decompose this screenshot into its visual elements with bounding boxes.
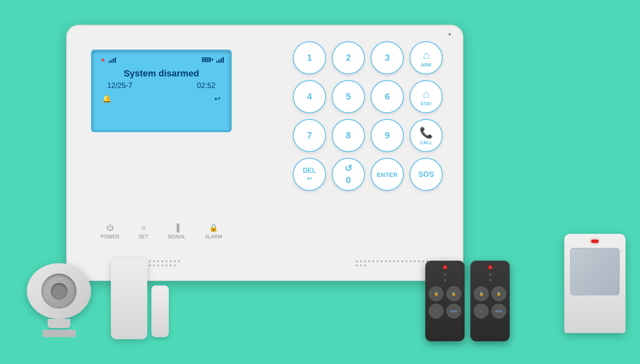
remote-unlock-btn[interactable]: 🔓: [446, 286, 461, 301]
signal-label: SIGNAL: [168, 234, 186, 240]
set-label: SET: [139, 234, 148, 240]
siren: [27, 263, 91, 337]
battery-indicator: [202, 56, 224, 63]
set-icon: ≡: [141, 224, 146, 232]
remotes-container: 🔒 🔓 ⌂ SOS 🔒 🔓 ⌂ SOS: [425, 261, 510, 341]
key-8[interactable]: 8: [332, 119, 365, 152]
motion-sensor-lens: [570, 248, 620, 295]
alarm-indicator: 🔒 ALARM: [205, 223, 222, 240]
date-display: 12/25-7: [107, 81, 132, 90]
key-del[interactable]: DEL ↩: [293, 158, 326, 191]
key-sos[interactable]: SOS: [410, 158, 443, 191]
remote-2-buttons: 🔒 🔓 ⌂ SOS: [474, 286, 506, 319]
corner-indicator: [448, 33, 451, 36]
remote-2-led: [489, 266, 492, 269]
key-2[interactable]: 2: [332, 41, 365, 74]
remote-2[interactable]: 🔒 🔓 ⌂ SOS: [470, 261, 510, 341]
keypad: 1 2 3 ⌂ ARM 4 5 6 ⌂ STAY 7 8: [293, 41, 443, 191]
remote-1-led: [443, 266, 447, 269]
remote-1-buttons: 🔒 🔓 ⌂ SOS: [429, 286, 461, 319]
key-1[interactable]: 1: [293, 41, 326, 74]
key-9[interactable]: 9: [371, 119, 404, 152]
key-6[interactable]: 6: [371, 80, 404, 113]
power-label: POWER: [101, 234, 119, 240]
signal-icon: ▐: [174, 224, 180, 232]
panel-vents-right: [356, 260, 430, 266]
alarm-panel: 🔺: [66, 25, 463, 281]
remote2-unlock-btn[interactable]: 🔓: [491, 286, 506, 301]
door-sensor: [111, 259, 169, 339]
system-status: System disarmed: [99, 68, 224, 79]
key-4[interactable]: 4: [293, 80, 326, 113]
time-display: 02:52: [197, 81, 216, 90]
key-call[interactable]: 📞 CALL: [410, 119, 443, 152]
lcd-bottom-row: 🔔 ↩: [99, 94, 224, 103]
motion-sensor-led: [591, 240, 599, 243]
indicator-strip: ⏻ POWER ≡ SET ▐ SIGNAL 🔒 ALARM: [91, 223, 232, 240]
wifi-bars: [216, 56, 224, 63]
set-indicator: ≡ SET: [139, 224, 148, 240]
remote2-lock-btn[interactable]: 🔒: [474, 286, 489, 301]
key-arm[interactable]: ⌂ ARM: [410, 41, 443, 74]
key-7[interactable]: 7: [293, 119, 326, 152]
power-indicator: ⏻ POWER: [101, 224, 119, 240]
enter-icon: ↩: [214, 94, 221, 103]
remote-1[interactable]: 🔒 🔓 ⌂ SOS: [425, 261, 465, 341]
key-enter[interactable]: ENTER: [371, 158, 404, 191]
remote-home-btn[interactable]: ⌂: [429, 304, 443, 319]
remote-sos-btn[interactable]: SOS: [446, 304, 461, 319]
siren-base: [43, 330, 76, 337]
key-3[interactable]: 3: [371, 41, 404, 74]
signal-bars: [108, 56, 116, 63]
signal-indicator: ▐ SIGNAL: [168, 224, 186, 240]
lcd-display: 🔺: [91, 50, 232, 132]
cellular-signal: 🔺: [99, 56, 116, 63]
power-icon: ⏻: [106, 224, 114, 232]
alarm-label: ALARM: [205, 234, 222, 240]
key-stay[interactable]: ⌂ STAY: [410, 80, 443, 113]
bell-icon: 🔔: [102, 94, 111, 103]
key-0[interactable]: ↺ 0: [332, 158, 365, 191]
key-5[interactable]: 5: [332, 80, 365, 113]
remote2-home-btn[interactable]: ⌂: [474, 304, 489, 319]
remote2-sos-btn[interactable]: SOS: [491, 304, 506, 319]
alarm-icon: 🔒: [209, 223, 218, 232]
motion-sensor: [564, 234, 626, 333]
remote-lock-btn[interactable]: 🔒: [429, 286, 443, 301]
datetime-display: 12/25-7 02:52: [99, 81, 224, 90]
